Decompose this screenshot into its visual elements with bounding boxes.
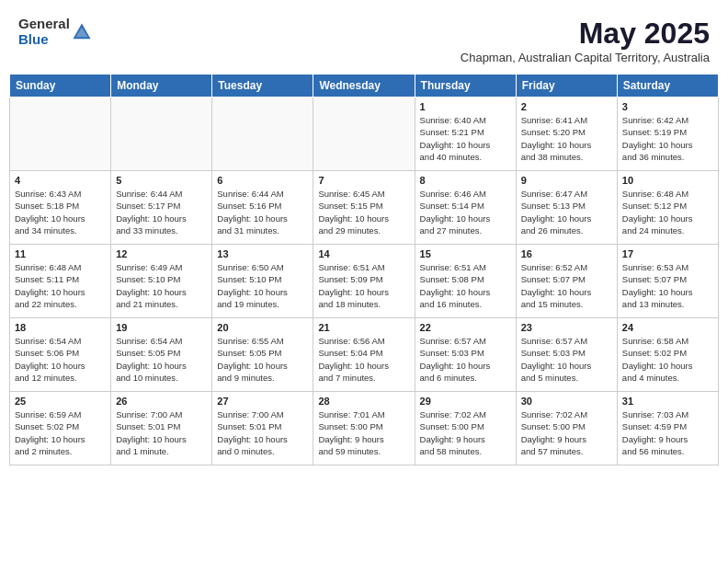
calendar-cell: 27Sunrise: 7:00 AM Sunset: 5:01 PM Dayli… [212, 392, 313, 465]
calendar-week-3: 11Sunrise: 6:48 AM Sunset: 5:11 PM Dayli… [10, 245, 719, 318]
calendar-cell: 29Sunrise: 7:02 AM Sunset: 5:00 PM Dayli… [415, 392, 516, 465]
logo-general: General [18, 17, 70, 32]
day-number: 11 [15, 248, 106, 259]
calendar-cell [111, 98, 212, 171]
day-number: 20 [217, 322, 308, 333]
calendar-cell: 12Sunrise: 6:49 AM Sunset: 5:10 PM Dayli… [111, 245, 212, 318]
weekday-header-tuesday: Tuesday [212, 75, 313, 98]
calendar-cell: 26Sunrise: 7:00 AM Sunset: 5:01 PM Dayli… [111, 392, 212, 465]
calendar-cell: 28Sunrise: 7:01 AM Sunset: 5:00 PM Dayli… [313, 392, 415, 465]
day-number: 10 [622, 175, 713, 186]
day-info: Sunrise: 6:59 AM Sunset: 5:02 PM Dayligh… [15, 408, 106, 457]
day-number: 1 [420, 101, 511, 112]
day-info: Sunrise: 6:52 AM Sunset: 5:07 PM Dayligh… [521, 261, 612, 310]
calendar-week-5: 25Sunrise: 6:59 AM Sunset: 5:02 PM Dayli… [10, 392, 719, 465]
day-number: 5 [116, 175, 207, 186]
logo-blue: Blue [18, 32, 70, 48]
calendar-cell [212, 98, 313, 171]
day-info: Sunrise: 6:57 AM Sunset: 5:03 PM Dayligh… [521, 335, 612, 384]
day-number: 7 [318, 175, 409, 186]
day-number: 23 [521, 322, 612, 333]
calendar-cell [313, 98, 415, 171]
calendar-table: SundayMondayTuesdayWednesdayThursdayFrid… [9, 74, 719, 465]
day-number: 8 [420, 175, 511, 186]
weekday-header-saturday: Saturday [617, 75, 718, 98]
calendar-cell: 21Sunrise: 6:56 AM Sunset: 5:04 PM Dayli… [313, 318, 415, 392]
day-info: Sunrise: 6:54 AM Sunset: 5:05 PM Dayligh… [116, 335, 207, 384]
day-number: 2 [521, 101, 612, 112]
day-number: 24 [622, 322, 713, 333]
calendar-cell: 4Sunrise: 6:43 AM Sunset: 5:18 PM Daylig… [10, 171, 111, 245]
calendar-cell: 10Sunrise: 6:48 AM Sunset: 5:12 PM Dayli… [617, 171, 718, 245]
day-number: 28 [318, 396, 409, 407]
day-number: 19 [116, 322, 207, 333]
day-info: Sunrise: 6:50 AM Sunset: 5:10 PM Dayligh… [217, 261, 308, 310]
calendar-cell: 30Sunrise: 7:02 AM Sunset: 5:00 PM Dayli… [516, 392, 617, 465]
calendar-cell: 31Sunrise: 7:03 AM Sunset: 4:59 PM Dayli… [617, 392, 718, 465]
page-header: General Blue May 2025 Chapman, Australia… [9, 9, 719, 68]
day-number: 9 [521, 175, 612, 186]
calendar-cell: 13Sunrise: 6:50 AM Sunset: 5:10 PM Dayli… [212, 245, 313, 318]
day-info: Sunrise: 6:55 AM Sunset: 5:05 PM Dayligh… [217, 335, 308, 384]
day-number: 29 [420, 396, 511, 407]
day-info: Sunrise: 6:40 AM Sunset: 5:21 PM Dayligh… [420, 114, 511, 163]
calendar-cell: 5Sunrise: 6:44 AM Sunset: 5:17 PM Daylig… [111, 171, 212, 245]
day-info: Sunrise: 6:44 AM Sunset: 5:17 PM Dayligh… [116, 188, 207, 236]
calendar-cell: 7Sunrise: 6:45 AM Sunset: 5:15 PM Daylig… [313, 171, 415, 245]
calendar-cell [10, 98, 111, 171]
calendar-week-1: 1Sunrise: 6:40 AM Sunset: 5:21 PM Daylig… [10, 98, 719, 171]
calendar-cell: 19Sunrise: 6:54 AM Sunset: 5:05 PM Dayli… [111, 318, 212, 392]
logo-icon [72, 22, 92, 42]
day-info: Sunrise: 6:48 AM Sunset: 5:11 PM Dayligh… [15, 261, 106, 310]
calendar-cell: 1Sunrise: 6:40 AM Sunset: 5:21 PM Daylig… [415, 98, 516, 171]
day-number: 25 [15, 396, 106, 407]
day-info: Sunrise: 6:51 AM Sunset: 5:08 PM Dayligh… [420, 261, 511, 310]
day-number: 13 [217, 248, 308, 259]
calendar-week-2: 4Sunrise: 6:43 AM Sunset: 5:18 PM Daylig… [10, 171, 719, 245]
day-number: 17 [622, 248, 713, 259]
weekday-header-thursday: Thursday [415, 75, 516, 98]
main-title: May 2025 [461, 17, 710, 51]
day-info: Sunrise: 6:49 AM Sunset: 5:10 PM Dayligh… [116, 261, 207, 310]
calendar-cell: 14Sunrise: 6:51 AM Sunset: 5:09 PM Dayli… [313, 245, 415, 318]
day-info: Sunrise: 6:42 AM Sunset: 5:19 PM Dayligh… [622, 114, 713, 163]
day-info: Sunrise: 6:53 AM Sunset: 5:07 PM Dayligh… [622, 261, 713, 310]
weekday-header-wednesday: Wednesday [313, 75, 415, 98]
calendar-cell: 24Sunrise: 6:58 AM Sunset: 5:02 PM Dayli… [617, 318, 718, 392]
calendar-cell: 25Sunrise: 6:59 AM Sunset: 5:02 PM Dayli… [10, 392, 111, 465]
calendar-cell: 17Sunrise: 6:53 AM Sunset: 5:07 PM Dayli… [617, 245, 718, 318]
day-info: Sunrise: 7:02 AM Sunset: 5:00 PM Dayligh… [420, 408, 511, 457]
day-number: 6 [217, 175, 308, 186]
calendar-cell: 8Sunrise: 6:46 AM Sunset: 5:14 PM Daylig… [415, 171, 516, 245]
day-number: 18 [15, 322, 106, 333]
calendar-cell: 22Sunrise: 6:57 AM Sunset: 5:03 PM Dayli… [415, 318, 516, 392]
day-info: Sunrise: 6:54 AM Sunset: 5:06 PM Dayligh… [15, 335, 106, 384]
day-number: 21 [318, 322, 409, 333]
day-info: Sunrise: 7:00 AM Sunset: 5:01 PM Dayligh… [116, 408, 207, 457]
calendar-cell: 9Sunrise: 6:47 AM Sunset: 5:13 PM Daylig… [516, 171, 617, 245]
day-info: Sunrise: 6:44 AM Sunset: 5:16 PM Dayligh… [217, 188, 308, 236]
weekday-header-monday: Monday [111, 75, 212, 98]
day-info: Sunrise: 7:00 AM Sunset: 5:01 PM Dayligh… [217, 408, 308, 457]
weekday-header-friday: Friday [516, 75, 617, 98]
day-number: 31 [622, 396, 713, 407]
day-info: Sunrise: 7:01 AM Sunset: 5:00 PM Dayligh… [318, 408, 409, 457]
day-number: 12 [116, 248, 207, 259]
weekday-header-row: SundayMondayTuesdayWednesdayThursdayFrid… [10, 75, 719, 98]
title-section: May 2025 Chapman, Australian Capital Ter… [461, 17, 710, 64]
day-number: 15 [420, 248, 511, 259]
day-number: 4 [15, 175, 106, 186]
day-number: 3 [622, 101, 713, 112]
day-number: 14 [318, 248, 409, 259]
day-number: 22 [420, 322, 511, 333]
weekday-header-sunday: Sunday [10, 75, 111, 98]
day-info: Sunrise: 6:57 AM Sunset: 5:03 PM Dayligh… [420, 335, 511, 384]
calendar-cell: 2Sunrise: 6:41 AM Sunset: 5:20 PM Daylig… [516, 98, 617, 171]
day-info: Sunrise: 6:46 AM Sunset: 5:14 PM Dayligh… [420, 188, 511, 236]
day-info: Sunrise: 7:03 AM Sunset: 4:59 PM Dayligh… [622, 408, 713, 457]
calendar-cell: 16Sunrise: 6:52 AM Sunset: 5:07 PM Dayli… [516, 245, 617, 318]
calendar-cell: 23Sunrise: 6:57 AM Sunset: 5:03 PM Dayli… [516, 318, 617, 392]
day-info: Sunrise: 7:02 AM Sunset: 5:00 PM Dayligh… [521, 408, 612, 457]
day-info: Sunrise: 6:47 AM Sunset: 5:13 PM Dayligh… [521, 188, 612, 236]
calendar-cell: 3Sunrise: 6:42 AM Sunset: 5:19 PM Daylig… [617, 98, 718, 171]
